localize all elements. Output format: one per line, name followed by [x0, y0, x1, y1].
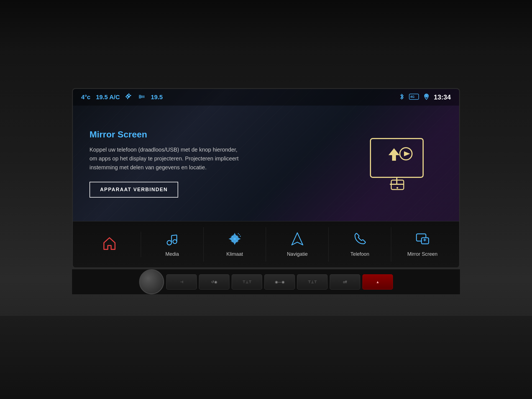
klimaat-label: Klimaat — [226, 251, 243, 257]
volume-knob[interactable] — [139, 269, 164, 294]
svg-point-13 — [167, 241, 172, 245]
phys-btn-4-label: ◉—◉ — [275, 280, 285, 284]
bottom-dash-area — [0, 316, 532, 399]
mirror-icon-section — [354, 133, 443, 194]
svg-point-4 — [426, 95, 427, 96]
mirror-screen-label: Mirror Screen — [407, 251, 438, 257]
svg-marker-8 — [388, 148, 400, 161]
svg-point-14 — [173, 240, 177, 244]
phys-btn-6[interactable]: off — [330, 274, 360, 290]
svg-rect-5 — [370, 139, 423, 177]
4g-icon: 4G — [409, 93, 419, 101]
svg-marker-10 — [404, 151, 410, 156]
physical-controls: ⊣ ↺◉ ⊤⊥⊤ ◉—◉ ⊤⊥⊤ off ▲ — [72, 269, 460, 294]
phys-btn-hazard[interactable]: ▲ — [362, 274, 393, 290]
phys-btn-2-label: ↺◉ — [211, 280, 217, 284]
navigatie-label: Navigatie — [287, 251, 308, 257]
mirror-description: Koppel uw telefoon (draadloos/USB) met d… — [89, 145, 245, 172]
status-bar: 4°c 19.5 A/C — [73, 89, 459, 106]
content-area: Mirror Screen Koppel uw telefoon (draadl… — [73, 106, 459, 221]
home-icon — [102, 236, 117, 253]
phys-btn-hazard-label: ▲ — [376, 280, 380, 284]
location-icon — [423, 93, 429, 101]
nav-home[interactable] — [78, 232, 141, 257]
mirror-screen-title: Mirror Screen — [89, 129, 343, 140]
mirror-screen-icon — [359, 133, 437, 194]
svg-line-20 — [239, 234, 240, 235]
nav-media[interactable]: Media — [141, 227, 204, 262]
nav-mirror-screen[interactable]: Mirror Screen — [391, 227, 454, 262]
main-display-screen: 4°c 19.5 A/C — [72, 88, 460, 221]
telefoon-label: Telefoon — [351, 251, 369, 257]
rear-heat-icon — [138, 93, 145, 102]
phys-btn-3[interactable]: ⊤⊥⊤ — [232, 274, 262, 290]
bottom-nav-bar: Media Klimaat — [72, 221, 460, 268]
clock: 13:34 — [434, 93, 451, 101]
svg-point-12 — [397, 187, 398, 189]
screen-unit: 4°c 19.5 A/C — [72, 88, 460, 294]
phys-btn-3-label: ⊤⊥⊤ — [242, 280, 252, 284]
mirror-nav-icon — [415, 232, 430, 248]
text-section: Mirror Screen Koppel uw telefoon (draadl… — [89, 129, 354, 198]
connect-device-button[interactable]: APPARAAT VERBINDEN — [89, 182, 178, 198]
svg-line-17 — [172, 235, 177, 236]
fan-icon — [125, 93, 132, 102]
bluetooth-icon — [399, 93, 405, 101]
phys-btn-1-label: ⊣ — [180, 280, 183, 284]
svg-text:4G: 4G — [410, 95, 415, 98]
car-surround: 4°c 19.5 A/C — [0, 0, 532, 399]
nav-klimaat[interactable]: Klimaat — [204, 227, 266, 262]
nav-navigatie[interactable]: Navigatie — [266, 227, 329, 262]
phys-btn-2[interactable]: ↺◉ — [199, 274, 229, 290]
media-label: Media — [165, 251, 179, 257]
svg-marker-22 — [292, 233, 303, 245]
outside-temp: 4°c — [81, 94, 90, 101]
phys-btn-4[interactable]: ◉—◉ — [264, 274, 295, 290]
ac-status: 19.5 A/C — [96, 94, 120, 101]
nav-telefoon[interactable]: Telefoon — [329, 227, 391, 262]
music-icon — [165, 232, 179, 248]
phys-btn-5[interactable]: ⊤⊥⊤ — [297, 274, 328, 290]
top-dash-area — [0, 0, 532, 50]
rear-temp: 19.5 — [151, 94, 163, 101]
navigation-icon — [290, 232, 305, 248]
fan-nav-icon — [227, 232, 242, 248]
phys-btn-5-label: ⊤⊥⊤ — [308, 280, 317, 284]
svg-line-21 — [240, 236, 241, 236]
status-left: 4°c 19.5 A/C — [81, 93, 399, 102]
ac-temp-label: 19.5 A/C — [96, 94, 120, 101]
phone-icon — [353, 232, 367, 248]
phys-btn-6-label: off — [343, 280, 347, 284]
phys-btn-1[interactable]: ⊣ — [166, 274, 197, 290]
svg-line-19 — [238, 233, 239, 234]
status-right: 4G 13:34 — [399, 93, 451, 101]
